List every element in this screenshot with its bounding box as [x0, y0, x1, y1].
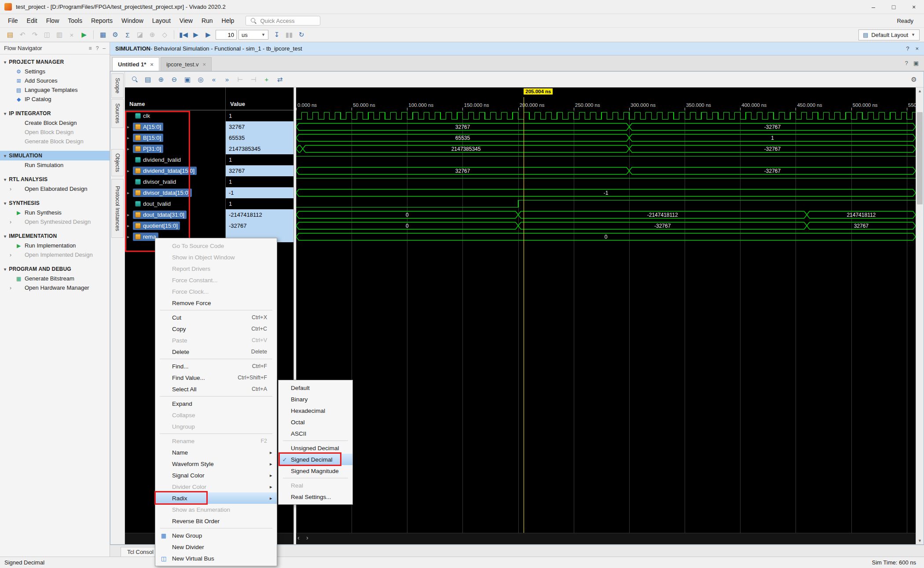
signal-value[interactable]: -32767 — [226, 220, 293, 231]
signal-row-b-15-0[interactable]: ▸B[15:0] — [125, 132, 225, 143]
menu-edit[interactable]: Edit — [22, 16, 42, 25]
flow-section-title-program-and-debug[interactable]: ▾PROGRAM AND DEBUG — [0, 264, 110, 274]
help-icon[interactable]: ? — [96, 45, 99, 51]
flow-section-title-synthesis[interactable]: ▾SYNTHESIS — [0, 198, 110, 208]
run-all-icon[interactable]: ▶ — [190, 29, 202, 40]
flow-section-title-implementation[interactable]: ▾IMPLEMENTATION — [0, 231, 110, 241]
scroll-down-icon[interactable]: ▼ — [916, 539, 924, 543]
report-icon[interactable]: ◪ — [134, 29, 146, 40]
signal-name[interactable]: A[15:0] — [133, 123, 163, 131]
flow-section-title-project-manager[interactable]: ▾PROJECT MANAGER — [0, 57, 110, 67]
find-icon[interactable] — [129, 74, 140, 85]
close-icon[interactable]: × — [203, 61, 206, 68]
signal-row-clk[interactable]: clk — [125, 110, 225, 121]
tab-ipcore-test-v[interactable]: ipcore_test.v× — [161, 57, 212, 71]
signal-name[interactable]: B[15:0] — [133, 134, 163, 142]
menu-item-real-settings[interactable]: Real Settings... — [279, 491, 352, 502]
paste-icon[interactable]: ▥ — [54, 29, 65, 40]
vertical-scrollbar[interactable]: ▲ ▼ — [916, 87, 924, 544]
waveform-row[interactable]: 0-3276732767 — [296, 220, 916, 231]
menu-item-hexadecimal[interactable]: Hexadecimal — [279, 405, 352, 416]
signal-name[interactable]: dividend_tdata[15:0] — [133, 167, 197, 175]
wave-settings-icon[interactable]: ⚙ — [908, 74, 920, 85]
signal-value[interactable]: -1 — [226, 187, 293, 198]
signal-row-dout-tdata-31-0[interactable]: ▸dout_tdata[31:0] — [125, 209, 225, 220]
time-unit-select[interactable]: us ▼ — [238, 30, 268, 40]
menu-flow[interactable]: Flow — [42, 16, 64, 25]
signal-row-dout-tvalid[interactable]: dout_tvalid — [125, 198, 225, 209]
close-button[interactable]: × — [904, 0, 924, 14]
undo-icon[interactable]: ↶ — [17, 29, 28, 40]
copy-icon[interactable]: ◫ — [41, 29, 53, 40]
menu-layout[interactable]: Layout — [148, 16, 175, 25]
next-transition-icon[interactable]: » — [221, 74, 233, 85]
menu-window[interactable]: Window — [117, 16, 148, 25]
flow-item-open-synthesized-design[interactable]: ›Open Synthesized Design — [0, 217, 110, 226]
waveform-row[interactable]: 2147385345-32767 — [296, 143, 916, 154]
waveform-row[interactable]: 32767-32767 — [296, 121, 916, 132]
menu-item-rename[interactable]: RenameF2 — [155, 435, 277, 447]
first-transition-icon[interactable]: ⊢ — [235, 74, 246, 85]
step-icon[interactable]: ↧ — [271, 29, 282, 40]
waveform-row[interactable] — [296, 110, 916, 121]
flow-item-settings[interactable]: ⚙Settings — [0, 67, 110, 76]
signal-row-divisor-tvalid[interactable]: divisor_tvalid — [125, 176, 225, 187]
signal-row-dividend-tvalid[interactable]: dividend_tvalid — [125, 154, 225, 165]
close-icon[interactable]: × — [150, 61, 154, 68]
menu-item-show-as-enumeration[interactable]: Show as Enumeration — [155, 504, 277, 515]
menu-reports[interactable]: Reports — [87, 16, 117, 25]
help-icon[interactable]: ? — [905, 60, 908, 66]
zoom-fit-icon[interactable]: ▣ — [182, 74, 193, 85]
zoom-to-cursor-icon[interactable]: ◎ — [195, 74, 206, 85]
waveform-row[interactable] — [296, 198, 916, 209]
scrollbar-thumb[interactable] — [917, 112, 923, 204]
minimize-panel-icon[interactable]: – — [103, 45, 106, 51]
flow-item-add-sources[interactable]: ⊞Add Sources — [0, 76, 110, 85]
signal-value[interactable]: 1 — [226, 176, 293, 187]
zoom-in-icon[interactable]: ⊕ — [155, 74, 167, 85]
menu-item-octal[interactable]: Octal — [279, 416, 352, 428]
side-tab-scope[interactable]: Scope — [111, 73, 124, 98]
help-icon[interactable]: ? — [906, 45, 909, 52]
flow-item-create-block-design[interactable]: Create Block Design — [0, 118, 110, 127]
flow-item-generate-bitstream[interactable]: ▦Generate Bitstream — [0, 274, 110, 283]
flow-item-open-elaborated-design[interactable]: ›Open Elaborated Design — [0, 184, 110, 193]
menu-item-select-all[interactable]: Select AllCtrl+A — [155, 383, 277, 395]
waveform-row[interactable]: 655351 — [296, 132, 916, 143]
close-panel-icon[interactable]: × — [915, 45, 919, 52]
layout-selector[interactable]: ▤ Default Layout ▼ — [858, 29, 920, 40]
signal-value[interactable]: 32767 — [226, 121, 293, 132]
menu-item-delete[interactable]: DeleteDelete — [155, 346, 277, 357]
last-transition-icon[interactable]: ⊣ — [248, 74, 259, 85]
flow-item-language-templates[interactable]: ▤Language Templates — [0, 85, 110, 95]
menu-item-waveform-style[interactable]: Waveform Style▸ — [155, 458, 277, 470]
quick-access-search[interactable]: Quick Access — [246, 16, 320, 25]
flow-section-title-ip-integrator[interactable]: ▾IP INTEGRATOR — [0, 109, 110, 118]
menu-item-unsigned-decimal[interactable]: Unsigned Decimal — [279, 442, 352, 454]
menu-item-signed-magnitude[interactable]: Signed Magnitude — [279, 465, 352, 477]
delete-icon[interactable]: × — [66, 29, 77, 40]
signal-name[interactable]: dout_tdata[31:0] — [133, 211, 187, 219]
relaunch-icon[interactable]: ↻ — [296, 29, 307, 40]
menu-item-copy[interactable]: CopyCtrl+C — [155, 323, 277, 335]
menu-item-real[interactable]: Real — [279, 480, 352, 491]
signal-value[interactable]: -2147418112 — [226, 209, 293, 220]
menu-run[interactable]: Run — [197, 16, 217, 25]
menu-item-binary[interactable]: Binary — [279, 393, 352, 405]
menu-item-ungroup[interactable]: Ungroup — [155, 421, 277, 432]
menu-item-new-divider[interactable]: New Divider — [155, 541, 277, 553]
flow-item-run-implementation[interactable]: ▶Run Implementation — [0, 241, 110, 250]
menu-view[interactable]: View — [175, 16, 197, 25]
sum-icon[interactable]: Σ — [122, 29, 133, 40]
menu-item-force-clock[interactable]: Force Clock... — [155, 286, 277, 297]
float-window-icon[interactable]: ▣ — [913, 60, 919, 66]
signal-name[interactable]: divisor_tvalid — [133, 178, 178, 186]
waveform-row[interactable] — [296, 154, 916, 165]
waveform-row[interactable] — [296, 176, 916, 187]
flow-item-open-implemented-design[interactable]: ›Open Implemented Design — [0, 250, 110, 259]
swap-cursor-icon[interactable]: ⇄ — [274, 74, 286, 85]
signal-row-divisor-tdata-15-0[interactable]: ▸divisor_tdata[15:0] — [125, 187, 225, 198]
menu-item-divider-color[interactable]: Divider Color▸ — [155, 481, 277, 492]
maximize-button[interactable]: □ — [884, 0, 904, 14]
signal-value[interactable]: 65535 — [226, 132, 293, 143]
